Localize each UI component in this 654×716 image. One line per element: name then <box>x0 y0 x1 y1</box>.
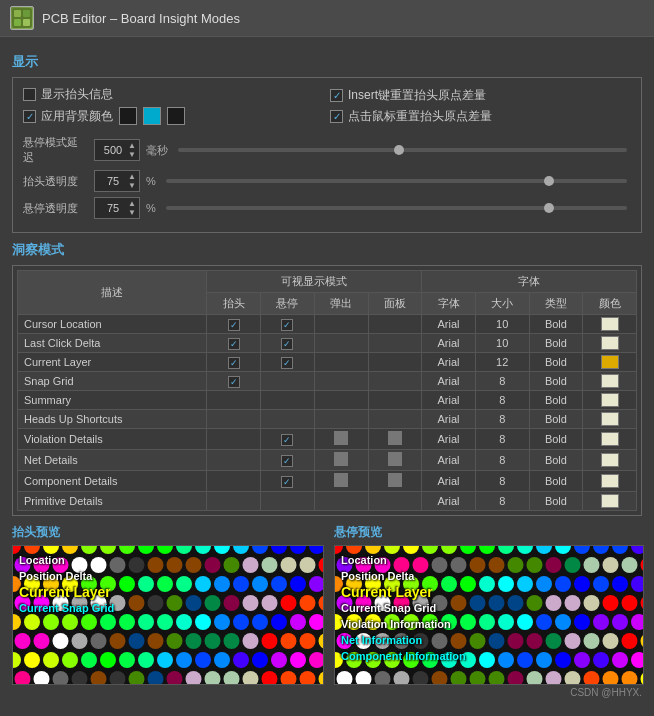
row-color[interactable] <box>583 391 637 410</box>
app-icon <box>10 6 34 30</box>
col-color: 颜色 <box>583 293 637 315</box>
cell-panel-empty <box>368 492 422 511</box>
col-popup: 弹出 <box>314 293 368 315</box>
row-color[interactable] <box>583 410 637 429</box>
svg-rect-2 <box>23 10 30 17</box>
hud-opacity-arrows[interactable]: ▲ ▼ <box>128 172 136 190</box>
row-color[interactable] <box>583 492 637 511</box>
cell-panel[interactable] <box>368 450 422 471</box>
delay-thumb[interactable] <box>394 145 404 155</box>
window-title: PCB Editor – Board Insight Modes <box>42 11 240 26</box>
row-type: Bold <box>529 450 583 471</box>
row-color[interactable] <box>583 471 637 492</box>
cell-popup[interactable] <box>314 450 368 471</box>
hud-opacity-down[interactable]: ▼ <box>128 181 136 190</box>
hud-opacity-up[interactable]: ▲ <box>128 172 136 181</box>
table-row: Violation Details ✓ Arial 8 Bold <box>18 429 637 450</box>
delay-up[interactable]: ▲ <box>128 141 136 150</box>
insert-reset-checkbox[interactable]: Insert键重置抬头原点差量 <box>330 87 486 104</box>
hover-preview-label: 悬停预览 <box>334 524 644 541</box>
table-row: Last Click Delta ✓ ✓ Arial 10 Bold <box>18 334 637 353</box>
row-color[interactable] <box>583 353 637 372</box>
col-panel: 面板 <box>368 293 422 315</box>
hud-opacity-thumb[interactable] <box>544 176 554 186</box>
hover-preview-box: 悬停预览 Location Position Delta Current Lay… <box>334 524 644 685</box>
cell-panel[interactable] <box>368 471 422 492</box>
insert-reset-label: Insert键重置抬头原点差量 <box>348 87 486 104</box>
hud-opacity-spinbox[interactable]: 75 ▲ ▼ <box>94 170 140 192</box>
cell-popup[interactable] <box>314 471 368 492</box>
bg-color-3[interactable] <box>167 107 185 125</box>
cell-popup-empty <box>314 492 368 511</box>
cell-popup[interactable] <box>314 429 368 450</box>
delay-slider[interactable] <box>178 148 627 152</box>
row-type: Bold <box>529 372 583 391</box>
table-row: Net Details ✓ Arial 8 Bold <box>18 450 637 471</box>
delay-spinbox[interactable]: 500 ▲ ▼ <box>94 139 140 161</box>
row-size: 10 <box>475 334 529 353</box>
cell-panel[interactable] <box>368 429 422 450</box>
row-font: Arial <box>422 492 476 511</box>
insight-table: 描述 可视显示模式 字体 抬头 悬停 弹出 面板 字体 大小 类型 颜色 Cu <box>17 270 637 511</box>
click-reset-label: 点击鼠标重置抬头原点差量 <box>348 108 492 125</box>
row-color[interactable] <box>583 450 637 471</box>
hover-opacity-down[interactable]: ▼ <box>128 208 136 217</box>
delay-down[interactable]: ▼ <box>128 150 136 159</box>
cell-popup-empty <box>314 391 368 410</box>
bg-color-2[interactable] <box>143 107 161 125</box>
cell-panel-empty <box>368 372 422 391</box>
insight-section: 描述 可视显示模式 字体 抬头 悬停 弹出 面板 字体 大小 类型 颜色 Cu <box>12 265 642 516</box>
row-type: Bold <box>529 353 583 372</box>
row-type: Bold <box>529 391 583 410</box>
row-color[interactable] <box>583 334 637 353</box>
footer: CSDN @HHYX. <box>12 687 642 698</box>
hud-opacity-unit: % <box>146 175 156 187</box>
row-type: Bold <box>529 429 583 450</box>
row-font: Arial <box>422 410 476 429</box>
hover-line-violation: Violation Information <box>341 616 466 632</box>
table-row: Heads Up Shortcuts Arial 8 Bold <box>18 410 637 429</box>
row-size: 8 <box>475 471 529 492</box>
table-row: Primitive Details Arial 8 Bold <box>18 492 637 511</box>
row-font: Arial <box>422 334 476 353</box>
show-hud-checkbox[interactable]: 显示抬头信息 <box>23 86 113 103</box>
row-color[interactable] <box>583 372 637 391</box>
hover-opacity-slider[interactable] <box>166 206 627 210</box>
row-font: Arial <box>422 471 476 492</box>
col-font: 字体 <box>422 271 637 293</box>
hover-line-net: Net Information <box>341 632 466 648</box>
hover-opacity-arrows[interactable]: ▲ ▼ <box>128 199 136 217</box>
show-hud-cb-box[interactable] <box>23 88 36 101</box>
show-hud-label: 显示抬头信息 <box>41 86 113 103</box>
click-reset-checkbox[interactable]: 点击鼠标重置抬头原点差量 <box>330 108 492 125</box>
hud-line-position: Position Delta <box>19 568 114 584</box>
hover-opacity-thumb[interactable] <box>544 203 554 213</box>
row-name: Violation Details <box>18 429 207 450</box>
row-color[interactable] <box>583 429 637 450</box>
insert-reset-cb-box[interactable] <box>330 89 343 102</box>
click-reset-cb-box[interactable] <box>330 110 343 123</box>
svg-rect-3 <box>14 19 21 26</box>
hover-opacity-up[interactable]: ▲ <box>128 199 136 208</box>
row-color[interactable] <box>583 315 637 334</box>
row-name: Snap Grid <box>18 372 207 391</box>
table-row: Snap Grid ✓ Arial 8 Bold <box>18 372 637 391</box>
hud-opacity-slider[interactable] <box>166 179 627 183</box>
hover-opacity-spinbox[interactable]: 75 ▲ ▼ <box>94 197 140 219</box>
delay-value: 500 <box>98 144 128 156</box>
hud-line-snap: Current Snap Grid <box>19 600 114 616</box>
apply-bg-color-checkbox[interactable]: 应用背景颜色 <box>23 108 113 125</box>
apply-bg-cb-box[interactable] <box>23 110 36 123</box>
hud-opacity-label: 抬头透明度 <box>23 174 88 189</box>
cell-popup-empty <box>314 315 368 334</box>
delay-arrows[interactable]: ▲ ▼ <box>128 141 136 159</box>
row-font: Arial <box>422 450 476 471</box>
bg-color-1[interactable] <box>119 107 137 125</box>
hover-line-position: Position Delta <box>341 568 466 584</box>
row-name: Net Details <box>18 450 207 471</box>
hud-preview-canvas: Location Position Delta Current Layer Cu… <box>12 545 324 685</box>
row-size: 8 <box>475 372 529 391</box>
cell-popup-empty <box>314 353 368 372</box>
hud-line-location: Location <box>19 552 114 568</box>
hover-line-snap: Current Snap Grid <box>341 600 466 616</box>
